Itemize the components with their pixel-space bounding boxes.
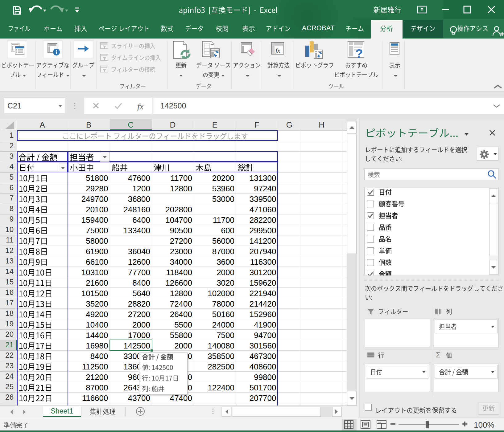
svg-text:fx: fx: [275, 47, 280, 54]
svg-text:fx: fx: [137, 102, 144, 111]
svg-text:?: ?: [355, 47, 363, 60]
